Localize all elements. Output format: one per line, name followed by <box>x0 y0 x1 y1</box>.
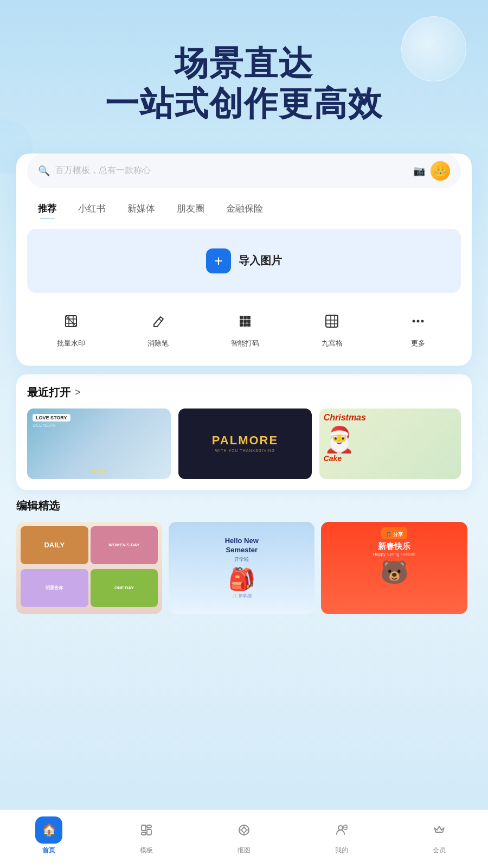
nav-cutout-label: 抠图 <box>237 846 251 855</box>
tool-smart-mosaic-label: 智能打码 <box>231 339 259 348</box>
tool-eraser[interactable]: 消除笔 <box>145 308 171 348</box>
nav-mine[interactable]: 我的 <box>293 816 390 855</box>
christmas-label: Christmas <box>324 413 366 423</box>
svg-rect-27 <box>142 832 146 835</box>
recent-item-love-story[interactable]: LOVE STORY SCENERY ⭐⭐⭐ <box>27 409 171 479</box>
nav-mine-label: 我的 <box>335 846 348 855</box>
tool-more[interactable]: 更多 <box>405 308 431 348</box>
cutout-icon <box>230 816 258 844</box>
tools-row: 批量水印 消除笔 <box>16 303 472 353</box>
nav-templates-label: 模板 <box>140 846 153 855</box>
vip-nav-icon <box>426 816 453 844</box>
svg-rect-7 <box>240 316 243 319</box>
svg-point-21 <box>412 320 415 322</box>
tab-finance[interactable]: 金融保险 <box>215 198 274 219</box>
daily-card-3: 明星告你 <box>21 569 88 607</box>
svg-rect-12 <box>247 320 251 323</box>
spring-app-badge: 🎵 分享 <box>381 527 407 539</box>
spring-title-en: Happy Spring Festival <box>373 552 415 557</box>
spring-bear-emoji: 🐻 <box>380 559 408 585</box>
christmas-cake-text: Cake <box>324 454 342 463</box>
recent-item-christmas[interactable]: Christmas 🎅 Cake <box>319 409 461 479</box>
category-tabs: 推荐 小红书 新媒体 朋友圈 金融保险 <box>16 188 472 219</box>
tab-xiaohongshu[interactable]: 小红书 <box>67 198 117 219</box>
nav-vip[interactable]: 会员 <box>390 816 488 855</box>
svg-rect-15 <box>247 323 251 327</box>
search-icon: 🔍 <box>38 165 50 177</box>
svg-rect-25 <box>147 825 151 828</box>
hello-new-title: Hello NewSemester <box>225 537 259 555</box>
love-story-tag: LOVE STORY <box>33 414 70 422</box>
tab-recommended[interactable]: 推荐 <box>27 198 67 219</box>
editor-item-daily[interactable]: DAILY WOMEN'S DAY 明星告你 ONE DAY <box>16 522 162 614</box>
mine-icon <box>328 816 355 844</box>
hello-new-extra: ✨ 新学期 <box>232 593 252 599</box>
palmore-subtitle: WITH YOU THANKSGIVING <box>212 449 278 452</box>
svg-rect-10 <box>240 320 243 323</box>
recent-arrow[interactable]: > <box>75 387 81 398</box>
batch-watermark-icon <box>58 308 84 334</box>
tool-nine-grid[interactable]: 九宫格 <box>319 308 345 348</box>
svg-rect-24 <box>142 825 146 831</box>
tab-new-media[interactable]: 新媒体 <box>117 198 166 219</box>
main-card: 🔍 百万模板，总有一款称心 📷 👑 推荐 小红书 新媒体 朋友圈 金融保险 + … <box>16 154 472 366</box>
import-area[interactable]: + 导入图片 <box>27 229 461 293</box>
nine-grid-icon <box>319 308 345 334</box>
nav-vip-label: 会员 <box>433 846 446 855</box>
editor-title: 编辑精选 <box>16 499 472 513</box>
tab-moments[interactable]: 朋友圈 <box>166 198 215 219</box>
svg-rect-14 <box>243 323 247 327</box>
svg-rect-16 <box>326 315 338 327</box>
love-story-scenery: SCENERY <box>33 423 165 428</box>
svg-point-22 <box>416 320 419 322</box>
hello-new-figure: 🎒 <box>228 566 255 592</box>
vip-icon: 👑 <box>434 165 446 177</box>
smart-mosaic-icon <box>232 308 258 334</box>
svg-rect-8 <box>243 316 247 319</box>
svg-rect-13 <box>240 323 243 327</box>
svg-point-34 <box>338 826 343 830</box>
recent-item-palmore[interactable]: PALMORE WITH YOU THANKSGIVING <box>178 409 311 479</box>
nav-templates[interactable]: 模板 <box>98 816 195 855</box>
recent-header: 最近打开 > <box>27 385 461 400</box>
import-label: 导入图片 <box>239 253 282 268</box>
hello-new-subtitle: 开学啦 <box>234 556 249 563</box>
hero-title: 场景直达 一站式创作更高效 <box>22 43 466 124</box>
nav-home-label: 首页 <box>42 846 55 855</box>
tool-nine-grid-label: 九宫格 <box>322 339 343 348</box>
templates-icon <box>133 816 160 844</box>
search-bar[interactable]: 🔍 百万模板，总有一款称心 📷 👑 <box>27 154 461 188</box>
recent-grid: LOVE STORY SCENERY ⭐⭐⭐ PALMORE WITH YOU … <box>27 409 461 479</box>
spring-title-cn: 新春快乐 <box>378 541 410 552</box>
editor-item-spring-festival[interactable]: 🎵 分享 新春快乐 Happy Spring Festival 🐻 <box>321 522 467 614</box>
nav-home[interactable]: 🏠 首页 <box>0 816 98 855</box>
home-icon: 🏠 <box>35 816 62 844</box>
tool-more-label: 更多 <box>411 339 425 348</box>
import-plus-button[interactable]: + <box>206 248 231 273</box>
recent-title: 最近打开 <box>27 385 70 400</box>
tool-eraser-label: 消除笔 <box>147 339 169 348</box>
hero-section: 场景直达 一站式创作更高效 <box>0 0 488 141</box>
recent-section: 最近打开 > LOVE STORY SCENERY ⭐⭐⭐ PALMORE WI… <box>16 374 472 490</box>
nav-cutout[interactable]: 抠图 <box>195 816 293 855</box>
womens-day-card: WOMEN'S DAY <box>91 526 158 564</box>
tool-batch-watermark[interactable]: 批量水印 <box>57 308 85 348</box>
daily-card-4: ONE DAY <box>91 569 158 607</box>
daily-main-card: DAILY <box>21 526 88 564</box>
svg-rect-11 <box>243 320 247 323</box>
svg-point-29 <box>242 828 246 832</box>
tool-smart-mosaic[interactable]: 智能打码 <box>231 308 259 348</box>
tool-batch-watermark-label: 批量水印 <box>57 339 85 348</box>
svg-rect-26 <box>147 829 151 835</box>
more-icon <box>405 308 431 334</box>
editor-item-hello-new-semester[interactable]: Hello NewSemester 开学啦 🎒 ✨ 新学期 <box>169 522 314 614</box>
search-placeholder: 百万模板，总有一款称心 <box>55 165 408 176</box>
svg-line-5 <box>66 316 76 327</box>
bottom-nav: 🏠 首页 模板 抠图 <box>0 809 488 868</box>
svg-line-6 <box>159 318 162 322</box>
vip-badge[interactable]: 👑 <box>431 161 450 181</box>
svg-point-23 <box>421 320 423 322</box>
christmas-santa: 🎅 <box>324 425 355 454</box>
camera-icon[interactable]: 📷 <box>413 165 425 177</box>
editor-grid: DAILY WOMEN'S DAY 明星告你 ONE DAY Hello New… <box>16 522 472 614</box>
